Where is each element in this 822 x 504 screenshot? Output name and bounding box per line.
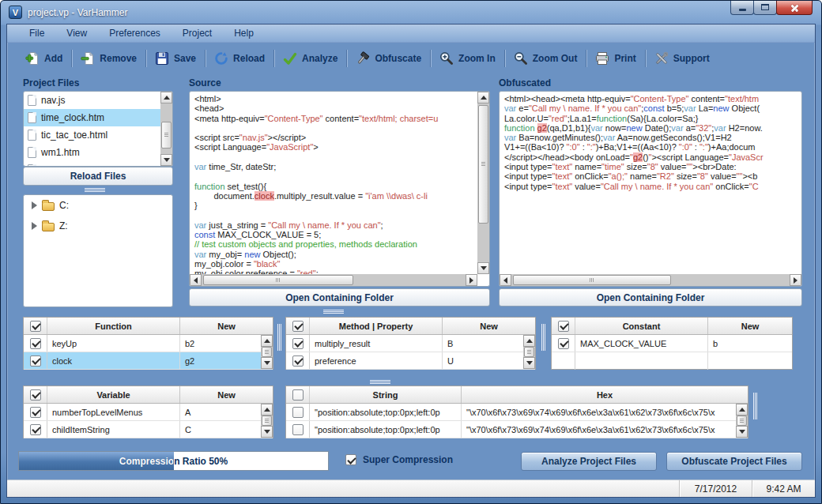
print-button[interactable]: Print [586,47,644,70]
row-checkbox[interactable] [30,424,41,435]
minimize-button[interactable] [730,1,754,15]
scroll-thumb[interactable] [478,105,488,224]
add-button[interactable]: Add [17,47,71,70]
scroll-thumb[interactable] [737,416,747,426]
horizontal-scrollbar[interactable] [500,274,801,286]
source-code[interactable]: <html><head><meta http-equiv="Content-Ty… [190,92,477,274]
splitter-handle[interactable] [541,324,546,351]
scroll-thumb[interactable] [262,416,272,426]
method-property-table[interactable]: Method | PropertyNewmultiply_resultBpref… [285,317,536,370]
scroll-up-arrow[interactable] [736,404,748,416]
zoom-in-button[interactable]: Zoom In [431,47,504,70]
horizontal-scrollbar[interactable] [190,274,477,286]
folder-tree[interactable]: C:Z: [23,194,173,307]
table-row[interactable]: clockg2 [24,352,273,370]
analyze-project-files-button[interactable]: Analyze Project Files [521,452,657,471]
vertical-scrollbar[interactable] [477,92,489,274]
source-editor[interactable]: <html><head><meta http-equiv="Content-Ty… [189,91,490,287]
scroll-right-arrow[interactable] [466,274,477,286]
row-checkbox[interactable] [30,355,41,367]
menu-project[interactable]: Project [172,24,223,43]
scroll-thumb[interactable] [524,347,534,357]
scroll-up-arrow[interactable] [523,335,535,347]
row-checkbox[interactable] [292,355,304,367]
row-checkbox[interactable] [30,338,41,349]
scroll-thumb[interactable] [203,275,353,285]
scroll-thumb[interactable] [513,275,671,285]
menu-help[interactable]: Help [223,24,265,43]
select-all-checkbox[interactable] [292,321,304,332]
select-all-checkbox[interactable] [292,389,304,401]
reload-button[interactable]: Reload [206,47,273,70]
table-row[interactable]: multiply_resultB [286,335,535,352]
splitter-handle[interactable] [277,324,282,351]
tree-item-drive[interactable]: Z: [24,216,172,236]
menu-preferences[interactable]: Preferences [98,24,172,43]
file-list-item[interactable]: time_clock.htm [24,109,172,126]
variable-table[interactable]: VariableNewnumberTopLevelMenusAchildItem… [23,386,273,438]
vertical-scrollbar[interactable] [261,404,273,438]
scroll-down-arrow[interactable] [736,426,748,438]
file-list-item[interactable]: tic_tac_toe.html [24,126,172,144]
scroll-up-arrow[interactable] [477,92,489,103]
file-list-item[interactable]: nav.js [24,92,172,109]
row-checkbox[interactable] [292,407,304,418]
table-row[interactable]: "position:absolute;top:0px;left:0p"\x70\… [286,404,748,421]
scroll-thumb[interactable] [262,347,272,357]
obfuscated-code[interactable]: <html><head><meta http-equiv="Content-Ty… [500,92,801,274]
splitter-handle[interactable] [85,188,105,193]
row-checkbox[interactable] [292,338,304,349]
save-button[interactable]: Save [146,47,205,70]
reload-files-button[interactable]: Reload Files [23,167,173,186]
vertical-scrollbar[interactable] [160,92,172,166]
vertical-scrollbar[interactable] [736,404,748,438]
source-open-folder-button[interactable]: Open Containing Folder [189,288,490,307]
analyze-button[interactable]: Analyze [274,47,346,70]
scroll-down-arrow[interactable] [523,357,535,369]
splitter-handle[interactable] [753,393,758,419]
super-compression-checkbox[interactable] [345,454,356,465]
titlebar[interactable]: V project.vp - VarHammer [1,1,821,24]
expand-arrow-icon[interactable] [32,222,37,230]
row-checkbox[interactable] [292,424,304,435]
scroll-down-arrow[interactable] [477,262,489,274]
scroll-left-arrow[interactable] [190,274,202,286]
row-checkbox[interactable] [558,338,569,349]
file-list-item[interactable] [24,161,172,167]
obfuscate-project-files-button[interactable]: Obfuscate Project Files [666,452,802,471]
scroll-right-arrow[interactable] [790,274,801,286]
scroll-up-arrow[interactable] [261,335,273,347]
menu-view[interactable]: View [55,24,98,43]
scroll-up-arrow[interactable] [261,404,273,416]
constant-table[interactable]: ConstantNewMAX_CLOCK_VALUEb [551,317,793,370]
obfuscate-button[interactable]: Obfuscate [347,47,430,70]
scroll-down-arrow[interactable] [160,154,172,166]
select-all-checkbox[interactable] [558,321,569,332]
scroll-up-arrow[interactable] [160,92,172,103]
splitter-handle[interactable] [323,310,344,314]
support-button[interactable]: Support [646,47,718,70]
scroll-down-arrow[interactable] [261,426,273,438]
table-row[interactable]: "position:absolute;top:0px;left:0p"\x70\… [286,421,748,438]
scroll-down-arrow[interactable] [261,357,273,369]
expand-arrow-icon[interactable] [32,201,37,209]
row-checkbox[interactable] [30,407,41,418]
scroll-left-arrow[interactable] [500,274,511,286]
table-row[interactable]: MAX_CLOCK_VALUEb [552,335,792,352]
select-all-checkbox[interactable] [30,321,41,332]
obfuscated-open-folder-button[interactable]: Open Containing Folder [499,288,802,307]
close-button[interactable] [776,1,813,15]
function-table[interactable]: FunctionNewkeyUpb2clockg2 [23,317,273,370]
tree-item-drive[interactable]: C: [24,195,172,216]
table-row[interactable]: preferenceU [286,352,535,370]
menu-file[interactable]: File [18,24,55,43]
file-list-item[interactable]: wm1.htm [24,144,172,161]
table-row[interactable]: childItemStringC [24,421,273,438]
splitter-handle[interactable] [370,380,390,385]
obfuscated-editor[interactable]: <html><head><meta http-equiv="Content-Ty… [499,91,802,287]
table-row[interactable]: keyUpb2 [24,335,273,352]
select-all-checkbox[interactable] [30,389,41,401]
remove-button[interactable]: Remove [72,47,145,70]
table-row[interactable]: numberTopLevelMenusA [24,404,273,421]
zoom-out-button[interactable]: Zoom Out [505,47,586,70]
